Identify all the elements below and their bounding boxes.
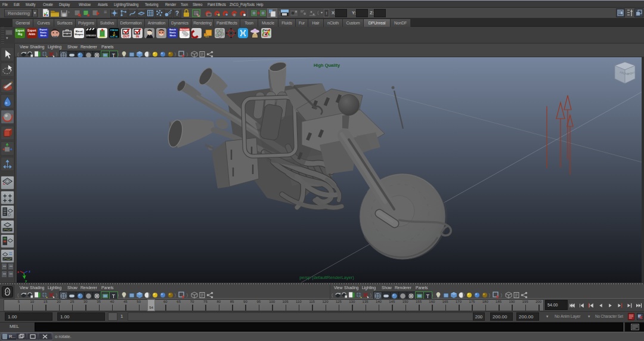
svg-text:IN: IN [136,35,139,38]
svg-text:DPBIGRIG: DPBIGRIG [86,35,96,37]
svg-text:persp (defaultRenderLayer): persp (defaultRenderLayer) [299,275,354,280]
svg-text:OUT: OUT [123,35,129,38]
svg-text:SKIN: SKIN [110,36,118,38]
svg-text:RENAME: RENAME [180,29,190,31]
svg-text:?: ? [175,10,179,17]
svg-text:FRESH: FRESH [110,29,118,32]
svg-text:123: 123 [205,36,209,38]
svg-text:High Quality: High Quality [314,63,340,68]
svg-text:z: z [29,269,30,273]
